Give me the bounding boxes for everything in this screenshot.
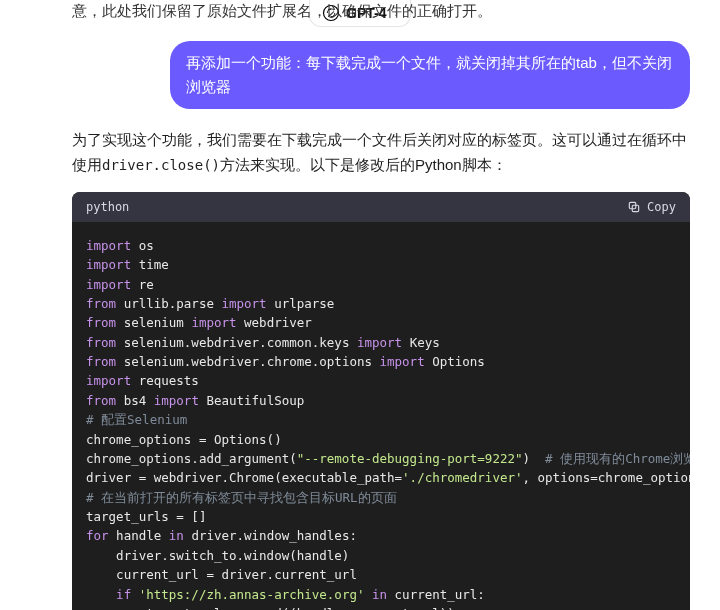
assistant-intro-text: 为了实现这个功能，我们需要在下载完成一个文件后关闭对应的标签页。这可以通过在循环… [72,127,690,178]
assistant-message-tail: 意，此处我们保留了原始文件扩展名，以确保文件的正确打开。 [72,0,690,23]
assistant-intro-suffix: 方法来实现。以下是修改后的Python脚本： [220,156,507,173]
copy-icon [627,200,641,214]
assistant-text-fragment: 意，此处我们保留了原始文件扩展名，以确保文件的正确打开。 [72,2,492,19]
user-message-text: 再添加一个功能：每下载完成一个文件，就关闭掉其所在的tab，但不关闭浏览器 [186,54,672,95]
code-block: python Copy import osimport timeimport r… [72,192,690,610]
assistant-message: 为了实现这个功能，我们需要在下载完成一个文件后关闭对应的标签页。这可以通过在循环… [72,127,690,611]
copy-label: Copy [647,200,676,214]
copy-button[interactable]: Copy [627,200,676,214]
code-lang-label: python [86,200,129,214]
assistant-intro-code: driver.close() [102,157,220,173]
code-body[interactable]: import osimport timeimport refrom urllib… [72,222,690,610]
conversation-stream: 意，此处我们保留了原始文件扩展名，以确保文件的正确打开。 再添加一个功能：每下载… [0,0,720,610]
user-message: 再添加一个功能：每下载完成一个文件，就关闭掉其所在的tab，但不关闭浏览器 [170,41,690,109]
code-header: python Copy [72,192,690,222]
